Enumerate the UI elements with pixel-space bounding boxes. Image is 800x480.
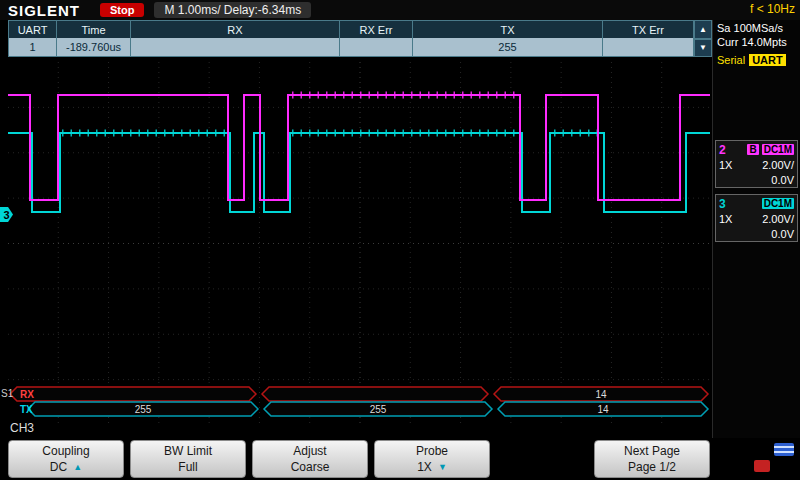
button-value: 1X bbox=[417, 459, 432, 475]
channel2-bw-badge: B bbox=[747, 144, 758, 155]
status-icons bbox=[750, 440, 796, 478]
button-label: Probe bbox=[416, 443, 448, 459]
header-uart: UART bbox=[9, 21, 57, 38]
scroll-down-icon[interactable]: ▼ bbox=[694, 39, 712, 58]
button-value: Full bbox=[178, 459, 197, 475]
run-state-badge: Stop bbox=[100, 3, 144, 17]
header-tx: TX bbox=[413, 21, 603, 38]
rx-bus-frame bbox=[10, 387, 256, 401]
channel2-offset: 0.0V bbox=[771, 174, 794, 186]
active-channel-label: CH3 bbox=[10, 421, 34, 435]
channel3-scale: 2.00V/ bbox=[762, 213, 794, 225]
network-icon bbox=[754, 460, 770, 472]
serial-label: Serial bbox=[717, 54, 745, 66]
decode-table-header: UART Time RX RX Err TX TX Err bbox=[9, 21, 693, 38]
cell-tx-err bbox=[603, 38, 693, 56]
header-time: Time bbox=[57, 21, 131, 38]
button-label: Next Page bbox=[624, 443, 680, 459]
tx-frame-value: 255 bbox=[370, 404, 387, 415]
adjust-button[interactable]: Adjust Coarse bbox=[252, 440, 368, 478]
sample-rate-readout: Sa 100MSa/s bbox=[713, 20, 800, 34]
cell-tx: 255 bbox=[413, 38, 603, 56]
button-value: Page 1/2 bbox=[628, 459, 676, 475]
serial-bus-label: S1 bbox=[1, 388, 13, 399]
tx-frame-value: 255 bbox=[135, 404, 152, 415]
uart-decode-table: UART Time RX RX Err TX TX Err 1 -189.760… bbox=[8, 20, 712, 57]
channel2-id: 2 bbox=[719, 143, 726, 157]
next-page-button[interactable]: Next Page Page 1/2 bbox=[594, 440, 710, 478]
memory-depth-readout: Curr 14.0Mpts bbox=[713, 34, 800, 48]
graticule bbox=[8, 62, 712, 425]
scroll-up-icon[interactable]: ▲ bbox=[694, 20, 712, 39]
channel3-id: 3 bbox=[719, 197, 726, 211]
waveform-display: 14 RX 255 255 14 TX bbox=[8, 57, 712, 438]
button-value: Coarse bbox=[291, 459, 330, 475]
top-status-bar: SIGLENT Stop M 1.00ms/ Delay:-6.34ms f <… bbox=[0, 0, 800, 20]
channel3-offset: 0.0V bbox=[771, 228, 794, 240]
timebase-readout: M 1.00ms/ Delay:-6.34ms bbox=[154, 2, 311, 18]
rx-frame-value: 14 bbox=[595, 389, 607, 400]
serial-decode-status: SerialUART bbox=[713, 48, 800, 66]
channel3-atten: 1X bbox=[719, 213, 732, 225]
button-label: Adjust bbox=[293, 443, 326, 459]
status-sidebar: Sa 100MSa/s Curr 14.0Mpts SerialUART 2 B… bbox=[712, 20, 800, 438]
rx-bus-frame bbox=[262, 387, 488, 401]
channel2-scale: 2.00V/ bbox=[762, 159, 794, 171]
oscilloscope-screen: SIGLENT Stop M 1.00ms/ Delay:-6.34ms f <… bbox=[0, 0, 800, 480]
trigger-frequency-readout: f < 10Hz bbox=[750, 2, 795, 16]
button-label: BW Limit bbox=[164, 443, 212, 459]
channel3-coupling-badge: DC1M bbox=[762, 198, 794, 209]
channel3-info-box[interactable]: 3 DC1M 1X 2.00V/ 0.0V bbox=[715, 194, 798, 242]
bw-limit-button[interactable]: BW Limit Full bbox=[130, 440, 246, 478]
arrow-up-icon: ▲ bbox=[73, 459, 82, 475]
header-tx-err: TX Err bbox=[603, 21, 693, 38]
header-rx: RX bbox=[131, 21, 340, 38]
probe-button[interactable]: Probe 1X ▼ bbox=[374, 440, 490, 478]
cell-index: 1 bbox=[9, 38, 57, 56]
cell-time: -189.760us bbox=[57, 38, 131, 56]
arrow-down-icon: ▼ bbox=[438, 459, 447, 475]
usb-device-icon bbox=[774, 443, 794, 456]
header-rx-err: RX Err bbox=[340, 21, 413, 38]
coupling-button[interactable]: Coupling DC ▲ bbox=[8, 440, 124, 478]
softkey-menu: Coupling DC ▲ BW Limit Full Adjust Coars… bbox=[0, 438, 800, 480]
button-value: DC bbox=[50, 459, 67, 475]
channel2-coupling-badge: DC1M bbox=[762, 144, 794, 155]
cell-rx-err bbox=[340, 38, 413, 56]
brand-logo: SIGLENT bbox=[8, 2, 80, 19]
button-label: Coupling bbox=[42, 443, 89, 459]
cell-rx bbox=[131, 38, 340, 56]
tx-frame-value: 14 bbox=[597, 404, 609, 415]
decode-table-row[interactable]: 1 -189.760us 255 bbox=[9, 38, 693, 56]
tx-bus-label: TX bbox=[20, 404, 33, 415]
rx-bus-label: RX bbox=[20, 389, 34, 400]
serial-type-badge: UART bbox=[749, 54, 786, 66]
channel2-info-box[interactable]: 2 B DC1M 1X 2.00V/ 0.0V bbox=[715, 140, 798, 188]
channel2-atten: 1X bbox=[719, 159, 732, 171]
